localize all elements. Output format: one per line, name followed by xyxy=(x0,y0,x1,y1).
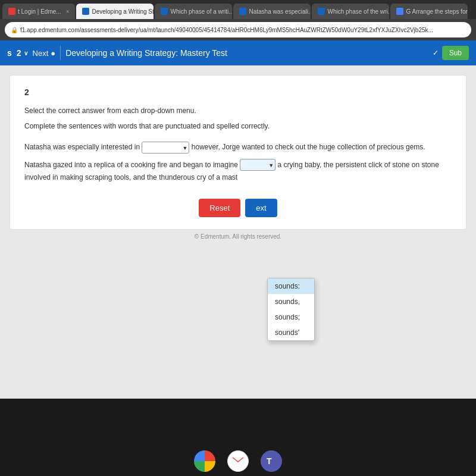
toolbar-left: s 2 ∨ Next ● Developing a Writing Strate… xyxy=(7,46,227,60)
submit-button[interactable]: Sub xyxy=(442,46,469,60)
sentence-3: involved in making scraping tools, and t… xyxy=(24,171,452,184)
question-number-label: 2 xyxy=(24,87,452,97)
dropdown-2-arrow: ▼ xyxy=(268,161,274,170)
tab-3-label: Which phase of a writi... xyxy=(170,8,232,15)
dropdown-item-4[interactable]: sounds' xyxy=(268,325,314,340)
tab-4[interactable]: Natasha was especiali... × xyxy=(233,4,311,19)
sentence-2: Natasha gazed into a replica of a cookin… xyxy=(24,159,452,172)
tab-favicon-3 xyxy=(161,8,168,15)
footer: © Edmentum. All rights reserved. xyxy=(10,230,466,240)
taskbar: T xyxy=(0,446,476,476)
sentence-1-before: Natasha was especially interested in xyxy=(24,143,140,151)
next-icon: ● xyxy=(51,49,55,58)
question-selector[interactable]: 2 ∨ xyxy=(17,48,28,58)
dropdown-item-3[interactable]: sounds; xyxy=(268,309,314,325)
instruction-1: Select the correct answer from each drop… xyxy=(24,105,452,116)
submit-icon: ✓ xyxy=(433,49,439,57)
app-toolbar: s 2 ∨ Next ● Developing a Writing Strate… xyxy=(0,40,476,65)
next-button[interactable]: ext xyxy=(245,199,277,217)
chevron-down-icon: ∨ xyxy=(24,50,28,57)
sentence-3-text: involved in making scraping tools, and t… xyxy=(24,173,237,181)
tab-4-label: Natasha was especiali... xyxy=(249,8,311,15)
address-bar[interactable]: 🔒 f1.app.edmentum.com/assessments-delive… xyxy=(5,22,471,37)
dropdown-menu[interactable]: sounds: sounds, sounds; sounds' xyxy=(267,278,315,341)
svg-rect-0 xyxy=(232,456,244,466)
tab-1-label: t Login | Edme... xyxy=(18,8,61,15)
tab-2-label: Developing a Writing St... xyxy=(92,8,154,15)
tab-favicon-2 xyxy=(82,8,89,15)
toolbar-divider xyxy=(60,46,61,60)
tab-1[interactable]: t Login | Edme... × xyxy=(2,4,75,19)
tab-bar: t Login | Edme... × Developing a Writing… xyxy=(0,0,476,19)
gmail-svg xyxy=(232,456,244,466)
tab-5[interactable]: Which phase of the wri... × xyxy=(312,4,389,19)
next-label: Next xyxy=(33,49,49,58)
tab-favicon-4 xyxy=(239,8,246,15)
next-button-toolbar[interactable]: Next ● xyxy=(33,49,56,58)
tab-favicon-6 xyxy=(396,8,403,15)
tab-favicon-5 xyxy=(318,8,325,15)
teams-svg: T xyxy=(265,455,278,468)
sentence-2-after: a crying baby, the persistent click of s… xyxy=(278,161,439,169)
gmail-icon[interactable] xyxy=(227,450,249,472)
sentence-1-after: however, Jorge wanted to check out the h… xyxy=(192,143,425,151)
passage-area: Natasha was especially interested in ▼ h… xyxy=(24,141,452,184)
tab-3[interactable]: Which phase of a writi... × xyxy=(155,4,232,19)
sentence-1: Natasha was especially interested in ▼ h… xyxy=(24,141,452,154)
instruction-2: Complete the sentences with words that a… xyxy=(24,121,452,131)
chrome-icon[interactable] xyxy=(194,450,215,472)
question-card: 2 Select the correct answer from each dr… xyxy=(10,75,466,230)
toolbar-right: ✓ Sub xyxy=(433,46,469,60)
question-label: s xyxy=(7,48,12,58)
sentence-2-before: Natasha gazed into a replica of a cookin… xyxy=(24,161,238,169)
tab-1-close[interactable]: × xyxy=(66,8,70,15)
question-number: 2 xyxy=(17,48,21,58)
tab-favicon-1 xyxy=(8,8,15,15)
dropdown-item-2[interactable]: sounds, xyxy=(268,294,314,309)
teams-icon[interactable]: T xyxy=(261,450,282,472)
dropdown-item-1[interactable]: sounds: xyxy=(268,278,314,294)
dropdown-2[interactable]: ▼ xyxy=(240,159,275,171)
dropdown-1-arrow: ▼ xyxy=(183,143,188,153)
dropdown-1[interactable]: ▼ xyxy=(142,142,189,154)
address-bar-row: 🔒 f1.app.edmentum.com/assessments-delive… xyxy=(0,19,476,40)
reset-button[interactable]: Reset xyxy=(199,199,240,217)
tab-2[interactable]: Developing a Writing St... × xyxy=(76,4,154,19)
browser-chrome: t Login | Edme... × Developing a Writing… xyxy=(0,0,476,40)
tab-6-label: G Arrange the steps for... xyxy=(406,8,468,15)
tab-6[interactable]: G Arrange the steps for... × xyxy=(390,4,468,19)
lock-icon: 🔒 xyxy=(11,27,18,33)
svg-text:T: T xyxy=(267,456,272,466)
tab-5-label: Which phase of the wri... xyxy=(327,8,389,15)
toolbar-title: Developing a Writing Strategy: Mastery T… xyxy=(65,48,227,58)
main-content: 2 Select the correct answer from each dr… xyxy=(0,65,476,399)
buttons-row: Reset ext xyxy=(24,199,452,217)
url-text: f1.app.edmentum.com/assessments-delivery… xyxy=(20,27,433,33)
